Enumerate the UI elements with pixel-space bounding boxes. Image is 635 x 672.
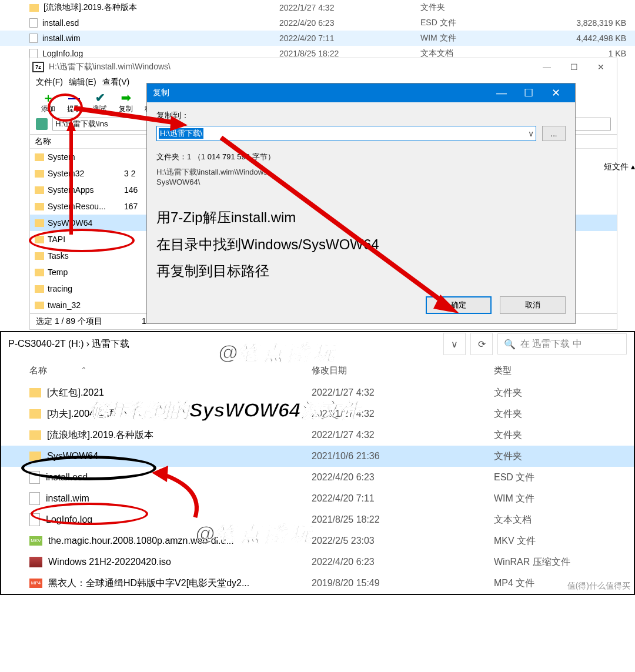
sevenzip-title-text: H:\迅雷下载\install.wim\Windows\ [49,62,533,72]
copy-dialog: 复制 — ☐ ✕ 复制到： H:\迅雷下载\ ∨ ... 文件夹：1 （1 01… [146,83,576,324]
header-type[interactable]: 类型 [494,365,611,376]
file-size: 4,442,498 KB [538,34,632,43]
folder-name: System32 [48,169,84,178]
file-row[interactable]: [流浪地球].2019.各种版本2022/1/27 4:32文件夹 [0,0,635,15]
folder-icon [29,409,41,419]
folder-icon [35,236,44,243]
search-placeholder: 在 迅雷下载 中 [520,338,582,350]
chevron-down-icon[interactable]: ∨ [528,129,534,138]
file-name: Windows 21H2-20220420.iso [48,557,171,567]
file-type: WIM 文件 [420,33,538,44]
file-name: LogInfo.log [46,514,92,525]
instruction-annotation: 用7-Zip解压install.wim 在目录中找到Windows/SysWOW… [156,204,566,285]
menu-item[interactable]: 查看(V) [102,77,130,88]
destination-input[interactable] [156,126,536,141]
close-button[interactable]: ✕ [587,58,614,76]
toolbar-label: 添加 [36,104,61,114]
destination-combo[interactable]: H:\迅雷下载\ ∨ [156,126,536,141]
file-row[interactable]: MKVthe.magic.hour.2008.1080p.amzn.web-dl… [1,530,634,551]
breadcrumb-folder[interactable]: 迅雷下载 [92,338,129,350]
toolbar-测试[interactable]: ✔测试 [88,91,112,114]
copy-to-label: 复制到： [156,111,566,121]
folder-icon [35,219,44,227]
menu-item[interactable]: 文件(F) [36,77,63,88]
folder-name: Temp [48,268,68,277]
file-row[interactable]: LogInfo.log2021/8/25 18:22文本文档 [1,509,634,530]
toolbar-label: 测试 [88,104,112,114]
folder-icon [35,153,44,161]
file-row[interactable]: install.esd2022/4/20 6:23ESD 文件3,828,319… [0,15,635,31]
explorer-bottom-pane: P-CS3040-2T (H:) › 迅雷下载 ∨ ⟳ 🔍 在 迅雷下载 中 名… [0,331,635,595]
mp4-icon: MP4 [29,579,42,588]
dialog-minimize-button[interactable]: — [488,87,515,99]
cancel-button[interactable]: 取消 [500,296,566,314]
folder-count-info: 文件夹：1 （1 014 791 598 字节） [156,152,566,162]
maximize-button[interactable]: ☐ [560,58,587,76]
toolbar-icon: ✔ [88,91,112,104]
search-box[interactable]: 🔍 在 迅雷下载 中 [497,333,627,355]
dialog-close-button[interactable]: ✕ [542,86,569,99]
file-date: 2022/2/5 23:03 [312,536,494,546]
file-row[interactable]: install.wim2022/4/20 7:11WIM 文件4,442,498… [0,31,635,46]
toolbar-添加[interactable]: ＋添加 [36,91,61,114]
folder-name: SystemResou... [48,202,106,211]
dialog-maximize-button[interactable]: ☐ [515,86,542,99]
up-folder-button[interactable] [36,118,48,130]
folder-name: SysWOW64 [48,218,92,228]
file-row[interactable]: install.wim2022/4/20 7:11WIM 文件 [1,488,634,509]
file-name: install.esd [42,18,79,28]
chevron-right-icon: › [86,339,89,349]
refresh-button[interactable]: ⟳ [470,333,493,355]
search-icon: 🔍 [504,339,516,350]
file-date: 2022/1/27 4:32 [279,3,420,12]
sort-asc-icon: ˆ [82,366,85,376]
file-row[interactable]: [流浪地球].2019.各种版本2022/1/27 4:32文件夹 [1,424,634,446]
file-icon [29,492,40,505]
sevenzip-logo-icon: 7z [32,62,44,72]
folder-icon [35,203,44,210]
breadcrumb-drive[interactable]: P-CS3040-2T (H:) [8,339,84,349]
folder-name: System [48,152,75,162]
file-type: 文件夹 [420,2,538,13]
sevenzip-titlebar[interactable]: 7z H:\迅雷下载\install.wim\Windows\ — ☐ ✕ [30,58,617,76]
toolbar-icon: ➡ [113,91,138,104]
file-row[interactable]: MP4黑衣人：全球通缉HD韩版中字V2[电影天堂dy2...2019/8/20 … [1,573,634,594]
file-icon [29,18,38,28]
folder-name: twain_32 [48,300,81,310]
file-row[interactable]: install.esd2022/4/20 6:23ESD 文件 [1,467,634,488]
file-date: 2022/4/20 6:23 [312,557,494,567]
file-icon [29,49,38,58]
folder-icon [29,452,41,461]
toolbar-提取[interactable]: —提取 [62,91,86,114]
file-name: LogInfo.log [42,49,83,58]
mkv-icon: MKV [29,536,42,546]
short-file-header[interactable]: 短文件 ▴ [604,162,635,172]
dropdown-button[interactable]: ∨ [443,333,466,355]
instruction-line-1: 用7-Zip解压install.wim [156,204,566,231]
minimize-button[interactable]: — [533,58,560,76]
folder-icon [29,4,39,12]
file-size: 3,828,319 KB [538,18,632,28]
browse-button[interactable]: ... [542,126,566,141]
header-name[interactable]: 名称ˆ [29,365,312,376]
file-name: install.wim [46,493,89,504]
menu-item[interactable]: 编辑(E) [69,77,96,88]
file-date: 2022/1/27 4:32 [312,430,494,440]
folder-name: TAPI [48,235,65,244]
file-row[interactable]: Windows 21H2-20220420.iso2022/4/20 6:23W… [1,551,634,573]
file-type: 文件夹 [494,408,611,420]
toolbar-icon: ＋ [36,91,61,104]
file-date: 2021/10/6 21:36 [312,451,494,462]
toolbar-label: 复制 [113,104,138,114]
file-name: install.esd [46,472,88,483]
file-type: WIM 文件 [494,493,611,505]
file-row[interactable]: SysWOW642021/10/6 21:36文件夹 [1,446,634,467]
copy-dialog-titlebar[interactable]: 复制 — ☐ ✕ [147,83,575,102]
instruction-line-2: 在目录中找到Windows/SysWOW64 [156,231,566,258]
file-name: install.wim [42,34,81,43]
ok-button[interactable]: 确定 [426,296,492,314]
header-date[interactable]: 修改日期 [312,365,494,376]
file-type: WinRAR 压缩文件 [494,556,611,569]
column-name-header[interactable]: 名称 [30,136,124,147]
toolbar-复制[interactable]: ➡复制 [113,91,138,114]
